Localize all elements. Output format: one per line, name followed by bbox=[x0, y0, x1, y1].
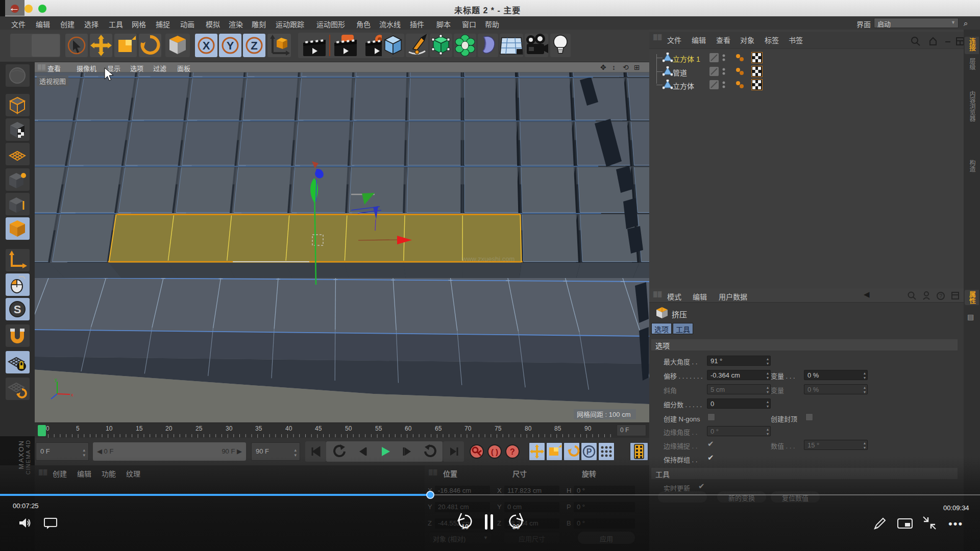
svg-text:Z: Z bbox=[251, 39, 257, 52]
svg-text:X: X bbox=[203, 39, 210, 52]
svg-text:30: 30 bbox=[512, 523, 520, 531]
svg-text:?: ? bbox=[939, 293, 942, 299]
svg-text:S: S bbox=[14, 303, 21, 316]
svg-text:( ): ( ) bbox=[491, 447, 498, 456]
svg-text:10: 10 bbox=[461, 523, 469, 531]
svg-text:www.zxueshi.com: www.zxueshi.com bbox=[461, 255, 514, 263]
svg-text:P: P bbox=[586, 447, 592, 456]
svg-text:Y: Y bbox=[227, 39, 234, 52]
svg-text:y: y bbox=[55, 377, 57, 382]
svg-text:x: x bbox=[71, 392, 74, 397]
svg-text:?: ? bbox=[510, 447, 515, 456]
svg-text:网格间距 : 100 cm: 网格间距 : 100 cm bbox=[577, 411, 630, 418]
